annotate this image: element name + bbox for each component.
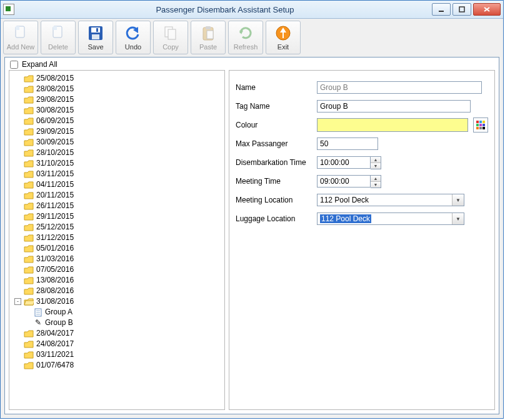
tree-folder[interactable]: 28/04/2017 xyxy=(13,328,223,339)
tree-toggle[interactable] xyxy=(14,213,21,220)
tree-toggle[interactable] xyxy=(14,118,21,124)
disembark-time-input[interactable] xyxy=(317,156,371,169)
tree-toggle[interactable] xyxy=(24,319,31,326)
page-icon xyxy=(34,308,42,317)
svg-rect-24 xyxy=(479,121,482,123)
maximize-button[interactable] xyxy=(452,3,471,16)
minimize-button[interactable] xyxy=(432,3,451,16)
tree-toggle[interactable] xyxy=(14,341,21,348)
meeting-time-input[interactable] xyxy=(317,175,371,188)
svg-rect-1 xyxy=(459,7,464,12)
save-button[interactable]: Save xyxy=(78,21,113,54)
tree-toggle[interactable] xyxy=(14,288,21,294)
tree-folder[interactable]: 29/11/2015 xyxy=(13,211,223,222)
max-passenger-input[interactable] xyxy=(317,138,378,150)
paste-button: Paste xyxy=(191,21,226,54)
tree-folder[interactable]: 30/09/2015 xyxy=(13,137,223,148)
tree-toggle[interactable] xyxy=(14,160,21,167)
tree-toggle[interactable] xyxy=(14,224,21,231)
tree-toggle[interactable] xyxy=(14,245,21,252)
tree-item[interactable]: Group A xyxy=(23,307,223,318)
tree-toggle[interactable] xyxy=(14,96,21,103)
svg-rect-30 xyxy=(479,127,482,129)
tree-toggle[interactable] xyxy=(14,171,21,178)
tree-label: 28/04/2017 xyxy=(36,328,74,339)
tree-toggle[interactable] xyxy=(14,277,21,284)
tree-folder[interactable]: -31/08/2016 xyxy=(13,296,223,307)
exit-button[interactable]: Exit xyxy=(266,21,301,54)
tree-toggle[interactable] xyxy=(14,75,21,82)
tree-folder[interactable]: 05/01/2016 xyxy=(13,243,223,254)
name-label: Name xyxy=(236,83,317,92)
tree-toggle[interactable] xyxy=(14,202,21,209)
luggage-location-combo[interactable]: 112 Pool Deck xyxy=(317,212,464,225)
tree-folder[interactable]: 29/09/2015 xyxy=(13,126,223,137)
tree-label: 26/11/2015 xyxy=(36,201,74,211)
tree-folder[interactable]: 31/03/2016 xyxy=(13,254,223,264)
colour-picker-button[interactable] xyxy=(473,118,488,132)
close-button[interactable] xyxy=(473,3,501,16)
expand-all-checkbox[interactable] xyxy=(10,61,18,69)
tree-toggle[interactable] xyxy=(14,266,21,273)
tree-toggle[interactable] xyxy=(14,330,21,337)
tree-label: 07/05/2016 xyxy=(36,264,74,275)
tree-folder[interactable]: 30/08/2015 xyxy=(13,105,223,116)
tree-label: 25/08/2015 xyxy=(36,73,74,84)
tree-toggle[interactable] xyxy=(14,192,21,199)
folder-icon xyxy=(24,138,34,147)
tree-toggle[interactable] xyxy=(14,181,21,188)
tree-folder[interactable]: 28/08/2016 xyxy=(13,286,223,296)
tree-pane[interactable]: 25/08/201528/08/201529/08/201530/08/2015… xyxy=(9,70,225,410)
exit-icon xyxy=(274,24,292,42)
tree-folder[interactable]: 25/08/2015 xyxy=(13,73,223,84)
undo-button[interactable]: Undo xyxy=(116,21,151,54)
meeting-time-spin-down[interactable]: ▼ xyxy=(371,182,381,188)
tree-toggle[interactable] xyxy=(14,139,21,146)
tag-name-input[interactable] xyxy=(317,100,471,112)
tree-folder[interactable]: 06/09/2015 xyxy=(13,116,223,126)
tree-label: 31/10/2015 xyxy=(36,158,74,169)
tree-item[interactable]: ✎Group B xyxy=(23,318,223,328)
tree-label: 24/08/2017 xyxy=(36,339,74,349)
tree-folder[interactable]: 07/05/2016 xyxy=(13,264,223,275)
tree-folder[interactable]: 31/12/2015 xyxy=(13,232,223,243)
tree-folder[interactable]: 01/07/6478 xyxy=(13,360,223,371)
tree-toggle[interactable] xyxy=(14,107,21,114)
disembark-time-spin-up[interactable]: ▲ xyxy=(371,157,381,163)
tree-toggle[interactable] xyxy=(14,351,21,358)
svg-rect-29 xyxy=(476,127,479,129)
toolbar-label: Paste xyxy=(199,43,217,51)
refresh-button: Refresh xyxy=(228,21,263,54)
chevron-down-icon[interactable]: ▼ xyxy=(452,213,464,224)
name-input xyxy=(317,81,482,94)
tree-toggle[interactable] xyxy=(14,86,21,92)
tree-toggle[interactable] xyxy=(14,128,21,135)
tree-folder[interactable]: 24/08/2017 xyxy=(13,339,223,349)
tree-toggle[interactable] xyxy=(14,256,21,262)
meeting-time-spin-up[interactable]: ▲ xyxy=(371,176,381,182)
chevron-down-icon[interactable]: ▼ xyxy=(452,194,464,206)
tree-folder[interactable]: 03/11/2015 xyxy=(13,169,223,179)
tree-folder[interactable]: 26/11/2015 xyxy=(13,201,223,211)
meeting-location-combo[interactable] xyxy=(317,194,464,206)
tree-toggle[interactable] xyxy=(14,362,21,369)
tree-folder[interactable]: 31/10/2015 xyxy=(13,158,223,169)
tree-folder[interactable]: 28/10/2015 xyxy=(13,148,223,158)
tree-folder[interactable]: 20/11/2015 xyxy=(13,190,223,201)
svg-rect-23 xyxy=(476,121,479,123)
folder-icon xyxy=(24,128,34,136)
tree-folder[interactable]: 04/11/2015 xyxy=(13,179,223,190)
tree-toggle[interactable] xyxy=(14,149,21,156)
max-passenger-label: Max Passanger xyxy=(236,139,317,148)
tree-toggle[interactable] xyxy=(24,309,31,316)
tree-folder[interactable]: 28/08/2015 xyxy=(13,84,223,94)
tree-toggle[interactable] xyxy=(14,234,21,241)
tree-folder[interactable]: 03/11/2021 xyxy=(13,349,223,360)
tree-folder[interactable]: 25/12/2015 xyxy=(13,222,223,232)
tree-toggle[interactable]: - xyxy=(14,298,21,305)
tree-folder[interactable]: 13/08/2016 xyxy=(13,275,223,286)
tree-folder[interactable]: 29/08/2015 xyxy=(13,94,223,105)
colour-swatch[interactable] xyxy=(317,118,468,132)
colour-label: Colour xyxy=(236,121,317,129)
disembark-time-spin-down[interactable]: ▼ xyxy=(371,163,381,169)
